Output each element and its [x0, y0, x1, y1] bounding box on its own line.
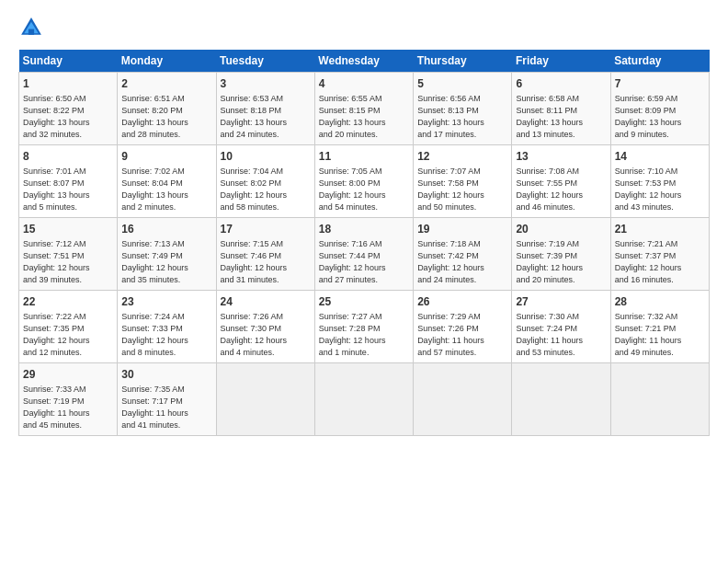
day-cell: 1Sunrise: 6:50 AM Sunset: 8:22 PM Daylig… — [19, 73, 118, 145]
day-info: Sunrise: 7:24 AM Sunset: 7:33 PM Dayligh… — [121, 311, 211, 359]
day-cell: 3Sunrise: 6:53 AM Sunset: 8:18 PM Daylig… — [216, 73, 314, 145]
week-row-1: 8Sunrise: 7:01 AM Sunset: 8:07 PM Daylig… — [19, 144, 710, 217]
day-cell: 24Sunrise: 7:26 AM Sunset: 7:30 PM Dayli… — [216, 290, 314, 362]
day-cell: 21Sunrise: 7:21 AM Sunset: 7:37 PM Dayli… — [610, 217, 709, 290]
day-cell: 20Sunrise: 7:19 AM Sunset: 7:39 PM Dayli… — [512, 217, 610, 290]
day-number: 27 — [516, 294, 606, 310]
day-number: 25 — [319, 294, 409, 310]
day-cell: 28Sunrise: 7:32 AM Sunset: 7:21 PM Dayli… — [610, 290, 709, 362]
day-info: Sunrise: 6:55 AM Sunset: 8:15 PM Dayligh… — [319, 93, 409, 141]
day-info: Sunrise: 7:04 AM Sunset: 8:02 PM Dayligh… — [221, 166, 311, 213]
day-info: Sunrise: 7:22 AM Sunset: 7:35 PM Dayligh… — [23, 311, 113, 359]
week-row-2: 15Sunrise: 7:12 AM Sunset: 7:51 PM Dayli… — [19, 217, 710, 290]
day-cell: 26Sunrise: 7:29 AM Sunset: 7:26 PM Dayli… — [414, 290, 512, 362]
day-number: 11 — [319, 149, 409, 165]
day-cell — [610, 362, 709, 435]
day-info: Sunrise: 7:27 AM Sunset: 7:28 PM Dayligh… — [319, 311, 409, 359]
day-number: 29 — [23, 367, 113, 383]
day-number: 13 — [516, 149, 606, 165]
day-cell: 15Sunrise: 7:12 AM Sunset: 7:51 PM Dayli… — [19, 217, 118, 290]
header-cell-monday: Monday — [118, 50, 216, 73]
page: SundayMondayTuesdayWednesdayThursdayFrid… — [0, 0, 728, 563]
day-number: 6 — [516, 76, 606, 92]
header-cell-wednesday: Wednesday — [314, 50, 413, 73]
day-number: 26 — [417, 294, 507, 310]
day-number: 19 — [417, 222, 507, 237]
day-cell: 17Sunrise: 7:15 AM Sunset: 7:46 PM Dayli… — [216, 217, 314, 290]
logo — [18, 15, 48, 40]
day-cell: 27Sunrise: 7:30 AM Sunset: 7:24 PM Dayli… — [512, 290, 610, 362]
header-cell-thursday: Thursday — [414, 50, 512, 73]
header-cell-saturday: Saturday — [610, 50, 709, 73]
day-info: Sunrise: 7:19 AM Sunset: 7:39 PM Dayligh… — [516, 238, 606, 286]
day-info: Sunrise: 7:01 AM Sunset: 8:07 PM Dayligh… — [23, 166, 113, 213]
day-info: Sunrise: 7:26 AM Sunset: 7:30 PM Dayligh… — [221, 311, 311, 359]
day-info: Sunrise: 7:13 AM Sunset: 7:49 PM Dayligh… — [121, 238, 211, 286]
day-cell: 30Sunrise: 7:35 AM Sunset: 7:17 PM Dayli… — [118, 362, 216, 435]
day-info: Sunrise: 6:59 AM Sunset: 8:09 PM Dayligh… — [615, 93, 705, 141]
day-cell: 7Sunrise: 6:59 AM Sunset: 8:09 PM Daylig… — [610, 73, 709, 145]
day-info: Sunrise: 6:50 AM Sunset: 8:22 PM Dayligh… — [23, 93, 113, 141]
svg-rect-2 — [28, 29, 34, 35]
day-cell: 25Sunrise: 7:27 AM Sunset: 7:28 PM Dayli… — [314, 290, 413, 362]
day-number: 17 — [221, 222, 311, 237]
day-cell: 14Sunrise: 7:10 AM Sunset: 7:53 PM Dayli… — [610, 144, 709, 217]
day-cell — [512, 362, 610, 435]
day-number: 28 — [615, 294, 705, 310]
week-row-0: 1Sunrise: 6:50 AM Sunset: 8:22 PM Daylig… — [19, 73, 710, 145]
header-row: SundayMondayTuesdayWednesdayThursdayFrid… — [19, 50, 710, 73]
day-info: Sunrise: 7:16 AM Sunset: 7:44 PM Dayligh… — [319, 238, 409, 286]
day-number: 2 — [121, 76, 211, 92]
day-info: Sunrise: 7:10 AM Sunset: 7:53 PM Dayligh… — [615, 166, 705, 213]
day-info: Sunrise: 7:07 AM Sunset: 7:58 PM Dayligh… — [417, 166, 507, 213]
day-cell: 10Sunrise: 7:04 AM Sunset: 8:02 PM Dayli… — [216, 144, 314, 217]
day-number: 30 — [121, 367, 211, 383]
day-info: Sunrise: 7:02 AM Sunset: 8:04 PM Dayligh… — [121, 166, 211, 213]
logo-icon — [18, 15, 44, 40]
day-number: 18 — [319, 222, 409, 237]
day-number: 23 — [121, 294, 211, 310]
day-number: 24 — [221, 294, 311, 310]
day-cell: 19Sunrise: 7:18 AM Sunset: 7:42 PM Dayli… — [414, 217, 512, 290]
day-number: 20 — [516, 222, 606, 237]
day-cell: 5Sunrise: 6:56 AM Sunset: 8:13 PM Daylig… — [414, 73, 512, 145]
calendar-table: SundayMondayTuesdayWednesdayThursdayFrid… — [18, 50, 710, 436]
day-info: Sunrise: 7:18 AM Sunset: 7:42 PM Dayligh… — [417, 238, 507, 286]
day-cell: 4Sunrise: 6:55 AM Sunset: 8:15 PM Daylig… — [314, 73, 413, 145]
header-cell-sunday: Sunday — [19, 50, 118, 73]
day-number: 21 — [615, 222, 705, 237]
day-number: 1 — [23, 76, 113, 92]
day-info: Sunrise: 7:30 AM Sunset: 7:24 PM Dayligh… — [516, 311, 606, 359]
day-number: 12 — [417, 149, 507, 165]
day-number: 4 — [319, 76, 409, 92]
day-cell: 13Sunrise: 7:08 AM Sunset: 7:55 PM Dayli… — [512, 144, 610, 217]
day-number: 7 — [615, 76, 705, 92]
day-cell: 23Sunrise: 7:24 AM Sunset: 7:33 PM Dayli… — [118, 290, 216, 362]
day-info: Sunrise: 7:05 AM Sunset: 8:00 PM Dayligh… — [319, 166, 409, 213]
week-row-3: 22Sunrise: 7:22 AM Sunset: 7:35 PM Dayli… — [19, 290, 710, 362]
day-cell: 8Sunrise: 7:01 AM Sunset: 8:07 PM Daylig… — [19, 144, 118, 217]
day-cell: 18Sunrise: 7:16 AM Sunset: 7:44 PM Dayli… — [314, 217, 413, 290]
day-info: Sunrise: 7:35 AM Sunset: 7:17 PM Dayligh… — [121, 384, 211, 431]
day-number: 5 — [417, 76, 507, 92]
day-info: Sunrise: 7:08 AM Sunset: 7:55 PM Dayligh… — [516, 166, 606, 213]
day-number: 8 — [23, 149, 113, 165]
day-cell: 29Sunrise: 7:33 AM Sunset: 7:19 PM Dayli… — [19, 362, 118, 435]
day-cell: 2Sunrise: 6:51 AM Sunset: 8:20 PM Daylig… — [118, 73, 216, 145]
day-cell — [216, 362, 314, 435]
day-cell — [314, 362, 413, 435]
day-number: 9 — [121, 149, 211, 165]
day-number: 16 — [121, 222, 211, 237]
day-cell: 12Sunrise: 7:07 AM Sunset: 7:58 PM Dayli… — [414, 144, 512, 217]
day-cell: 11Sunrise: 7:05 AM Sunset: 8:00 PM Dayli… — [314, 144, 413, 217]
day-number: 15 — [23, 222, 113, 237]
header — [18, 15, 710, 40]
day-cell: 22Sunrise: 7:22 AM Sunset: 7:35 PM Dayli… — [19, 290, 118, 362]
header-cell-tuesday: Tuesday — [216, 50, 314, 73]
day-info: Sunrise: 6:56 AM Sunset: 8:13 PM Dayligh… — [417, 93, 507, 141]
day-info: Sunrise: 7:32 AM Sunset: 7:21 PM Dayligh… — [615, 311, 705, 359]
day-info: Sunrise: 7:15 AM Sunset: 7:46 PM Dayligh… — [221, 238, 311, 286]
day-number: 10 — [221, 149, 311, 165]
day-cell: 16Sunrise: 7:13 AM Sunset: 7:49 PM Dayli… — [118, 217, 216, 290]
day-info: Sunrise: 7:33 AM Sunset: 7:19 PM Dayligh… — [23, 384, 113, 431]
